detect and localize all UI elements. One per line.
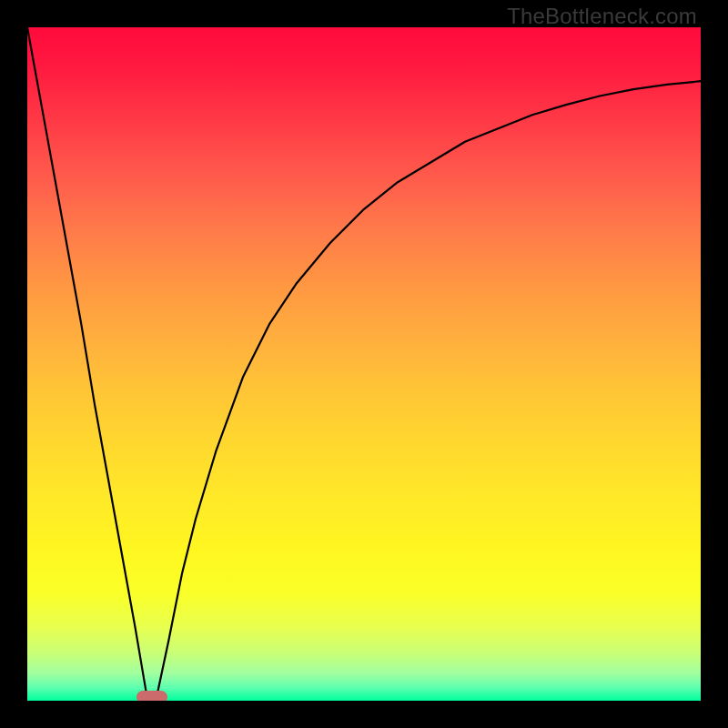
bottleneck-curve (27, 27, 701, 701)
watermark-text: TheBottleneck.com (507, 4, 697, 29)
optimal-marker (136, 691, 167, 701)
plot-area (27, 27, 701, 701)
chart-frame: TheBottleneck.com (0, 0, 728, 728)
